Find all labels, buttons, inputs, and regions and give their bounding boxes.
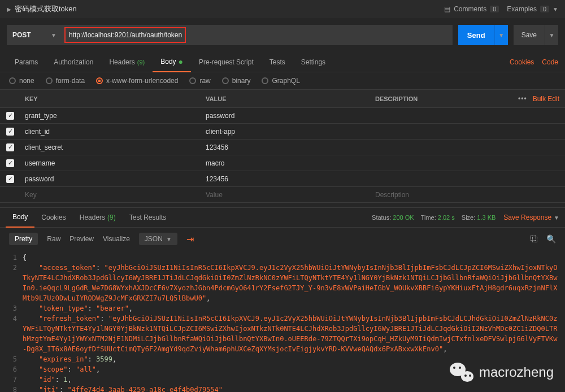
checkbox-icon[interactable]: ✓ [6,128,14,136]
send-button[interactable]: Send [458,25,494,45]
resp-tab-body[interactable]: Body [6,207,34,228]
method-select[interactable]: POST ▼ [7,25,62,45]
code-line: 3 "token_type": "bearer", [0,303,565,313]
header-description: DESCRIPTION [371,95,508,102]
more-options-icon[interactable]: ••• [518,95,527,103]
response-tabs: Body Cookies Headers (9) Test Results St… [0,207,565,228]
param-key[interactable]: client_id [20,128,201,136]
url-highlight-box: http://localhost:9201/auth/oauth/token [64,27,186,43]
param-value[interactable]: client-app [201,128,371,136]
watermark-text: macrozheng [479,364,554,380]
radio-formdata[interactable]: form-data [46,77,85,85]
wechat-icon [450,360,473,384]
param-value[interactable]: 123456 [201,175,371,183]
send-dropdown[interactable]: ▼ [494,25,508,45]
code-line: 8 "jti": "4ffe74d4-3aab-4259-a18c-e4f4b0… [0,385,565,392]
params-table-header: KEY VALUE DESCRIPTION ••• Bulk Edit [0,90,565,108]
chevron-down-icon: ▼ [554,215,559,221]
wrap-lines-icon[interactable]: ⇥ [186,234,194,245]
tab-settings[interactable]: Settings [293,52,333,72]
header-value: VALUE [201,95,371,102]
chevron-down-icon: ▼ [553,6,558,12]
examples-dropdown[interactable]: Examples 0 ▼ [507,5,558,13]
collapse-triangle-icon[interactable]: ▶ [7,6,11,12]
table-row[interactable]: ✓client_idclient-app [0,124,565,140]
url-input[interactable]: http://localhost:9201/auth/oauth/token [62,25,453,45]
comment-icon: ▤ [444,5,450,13]
table-row[interactable]: ✓grant_typepassword [0,108,565,124]
radio-binary[interactable]: binary [222,77,251,85]
header-key: KEY [20,95,201,102]
checkbox-icon[interactable]: ✓ [6,159,14,167]
radio-graphql[interactable]: GraphQL [262,77,299,85]
param-key[interactable]: grant_type [20,112,201,120]
tab-body[interactable]: Body ● [153,52,191,72]
copy-icon[interactable]: ⿻ [531,234,538,243]
radio-urlencoded[interactable]: x-www-form-urlencoded [96,77,178,85]
request-title-text: 密码模式获取token [15,4,77,14]
checkbox-icon[interactable]: ✓ [6,175,14,183]
request-title: ▶ 密码模式获取token [7,4,444,14]
view-visualize[interactable]: Visualize [103,235,130,243]
dot-indicator-icon: ● [179,57,183,66]
view-pretty[interactable]: Pretty [9,233,38,245]
param-value[interactable]: password [201,112,371,120]
checkbox-icon[interactable]: ✓ [6,143,14,151]
tab-headers[interactable]: Headers (9) [101,52,153,72]
param-key[interactable]: client_secret [20,143,201,151]
code-line: 2 "access_token": "eyJhbGciOiJSUzI1NiIsI… [0,263,565,303]
radio-raw[interactable]: raw [189,77,210,85]
tab-title-bar: ▶ 密码模式获取token ▤ Comments 0 Examples 0 ▼ [0,0,565,18]
param-key[interactable]: username [20,159,201,167]
checkbox-icon[interactable]: ✓ [6,112,14,120]
param-key[interactable]: password [20,175,201,183]
search-icon[interactable]: 🔍 [546,234,556,243]
request-bar: POST ▼ http://localhost:9201/auth/oauth/… [0,18,565,52]
tab-params[interactable]: Params [7,52,46,72]
code-link[interactable]: Code [542,58,558,66]
radio-none[interactable]: none [9,77,34,85]
bulk-edit-link[interactable]: Bulk Edit [533,95,559,103]
save-dropdown[interactable]: ▼ [545,25,558,45]
save-button[interactable]: Save [514,25,545,45]
table-row-placeholder[interactable]: Key Value Description [0,187,565,203]
table-row[interactable]: ✓usernamemacro [0,155,565,171]
resp-tab-headers[interactable]: Headers (9) [73,207,123,228]
param-value[interactable]: macro [201,159,371,167]
table-row[interactable]: ✓password123456 [0,171,565,187]
code-line: 4 "refresh_token": "eyJhbGciOiJSUzI1NiIs… [0,313,565,354]
watermark: macrozheng [450,360,554,384]
comments-button[interactable]: ▤ Comments 0 [444,5,499,13]
view-raw[interactable]: Raw [47,235,60,243]
tab-authorization[interactable]: Authorization [46,52,101,72]
tab-prerequest[interactable]: Pre-request Script [191,52,262,72]
view-preview[interactable]: Preview [69,235,94,243]
chevron-down-icon: ▼ [51,32,56,38]
body-type-selector: none form-data x-www-form-urlencoded raw… [0,72,565,90]
save-response-dropdown[interactable]: Save Response ▼ [503,214,559,221]
tab-tests[interactable]: Tests [262,52,293,72]
cookies-link[interactable]: Cookies [510,58,534,66]
format-select[interactable]: JSON▼ [139,233,177,245]
response-meta: Status: 200 OK Time: 2.02 s Size: 1.3 KB [372,214,496,221]
code-line: 1{ [0,252,565,263]
table-row[interactable]: ✓client_secret123456 [0,140,565,155]
response-view-bar: Pretty Raw Preview Visualize JSON▼ ⇥ ⿻ 🔍 [0,228,565,250]
param-value[interactable]: 123456 [201,143,371,151]
resp-tab-cookies[interactable]: Cookies [34,207,72,228]
request-tabs: Params Authorization Headers (9) Body ● … [0,52,565,72]
resp-tab-tests[interactable]: Test Results [123,207,173,228]
